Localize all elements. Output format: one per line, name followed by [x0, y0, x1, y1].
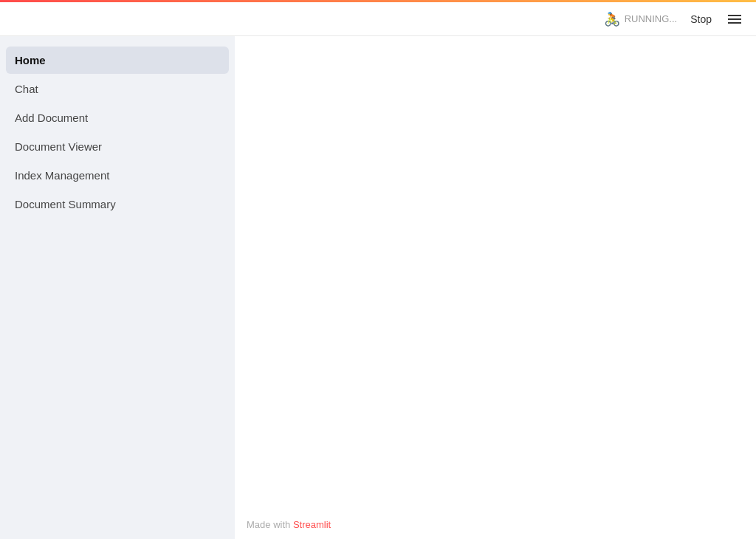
running-label: RUNNING...	[625, 13, 678, 24]
sidebar-item-document-summary[interactable]: Document Summary	[6, 190, 229, 218]
sidebar-item-document-viewer[interactable]: Document Viewer	[6, 133, 229, 160]
main-content: Made with Streamlit	[235, 36, 756, 539]
sidebar-item-chat[interactable]: Chat	[6, 75, 229, 103]
sidebar-item-add-document[interactable]: Add Document	[6, 104, 229, 131]
header-bar: 🚴 RUNNING... Stop	[0, 2, 756, 36]
menu-icon-bar-1	[728, 15, 741, 16]
sidebar-item-home[interactable]: Home	[6, 47, 229, 74]
menu-button[interactable]	[725, 12, 744, 27]
sidebar: × HomeChatAdd DocumentDocument ViewerInd…	[0, 2, 235, 539]
menu-icon-bar-3	[728, 22, 741, 24]
sidebar-item-index-management[interactable]: Index Management	[6, 162, 229, 189]
streamlit-link[interactable]: Streamlit	[293, 519, 331, 530]
running-status: 🚴 RUNNING...	[604, 11, 678, 27]
top-border-stripe	[0, 0, 756, 2]
footer-made-with: Made with	[247, 519, 293, 530]
stop-button[interactable]: Stop	[686, 10, 716, 28]
footer: Made with Streamlit	[235, 510, 756, 539]
bike-icon: 🚴	[604, 11, 620, 27]
sidebar-nav: HomeChatAdd DocumentDocument ViewerIndex…	[0, 47, 235, 219]
menu-icon-bar-2	[728, 18, 741, 20]
